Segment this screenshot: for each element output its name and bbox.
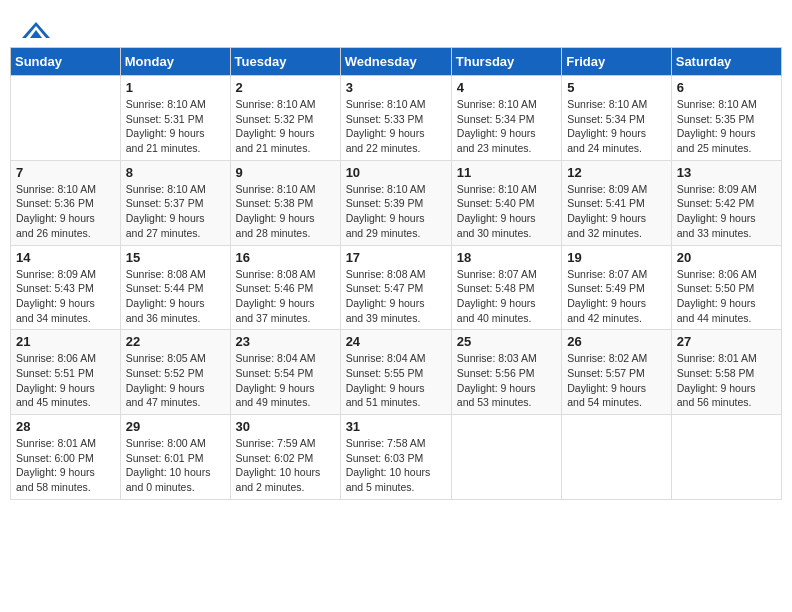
table-row: 19Sunrise: 8:07 AMSunset: 5:49 PMDayligh…: [562, 245, 672, 330]
col-monday: Monday: [120, 48, 230, 76]
calendar-week-row: 7Sunrise: 8:10 AMSunset: 5:36 PMDaylight…: [11, 160, 782, 245]
day-number: 25: [457, 334, 556, 349]
calendar-header-row: Sunday Monday Tuesday Wednesday Thursday…: [11, 48, 782, 76]
day-info: Sunrise: 8:00 AMSunset: 6:01 PMDaylight:…: [126, 436, 225, 495]
day-number: 9: [236, 165, 335, 180]
day-number: 17: [346, 250, 446, 265]
table-row: 4Sunrise: 8:10 AMSunset: 5:34 PMDaylight…: [451, 76, 561, 161]
day-info: Sunrise: 8:10 AMSunset: 5:33 PMDaylight:…: [346, 97, 446, 156]
day-number: 10: [346, 165, 446, 180]
day-number: 15: [126, 250, 225, 265]
day-info: Sunrise: 8:08 AMSunset: 5:46 PMDaylight:…: [236, 267, 335, 326]
col-thursday: Thursday: [451, 48, 561, 76]
day-number: 31: [346, 419, 446, 434]
day-number: 6: [677, 80, 776, 95]
day-info: Sunrise: 8:03 AMSunset: 5:56 PMDaylight:…: [457, 351, 556, 410]
day-info: Sunrise: 8:09 AMSunset: 5:41 PMDaylight:…: [567, 182, 666, 241]
col-friday: Friday: [562, 48, 672, 76]
day-number: 29: [126, 419, 225, 434]
table-row: 7Sunrise: 8:10 AMSunset: 5:36 PMDaylight…: [11, 160, 121, 245]
day-number: 24: [346, 334, 446, 349]
day-info: Sunrise: 8:04 AMSunset: 5:55 PMDaylight:…: [346, 351, 446, 410]
table-row: 14Sunrise: 8:09 AMSunset: 5:43 PMDayligh…: [11, 245, 121, 330]
table-row: 6Sunrise: 8:10 AMSunset: 5:35 PMDaylight…: [671, 76, 781, 161]
logo-icon: [20, 20, 52, 42]
day-info: Sunrise: 8:10 AMSunset: 5:32 PMDaylight:…: [236, 97, 335, 156]
table-row: [671, 415, 781, 500]
day-info: Sunrise: 8:09 AMSunset: 5:42 PMDaylight:…: [677, 182, 776, 241]
table-row: 25Sunrise: 8:03 AMSunset: 5:56 PMDayligh…: [451, 330, 561, 415]
table-row: 18Sunrise: 8:07 AMSunset: 5:48 PMDayligh…: [451, 245, 561, 330]
calendar-week-row: 14Sunrise: 8:09 AMSunset: 5:43 PMDayligh…: [11, 245, 782, 330]
day-number: 27: [677, 334, 776, 349]
day-number: 18: [457, 250, 556, 265]
table-row: 12Sunrise: 8:09 AMSunset: 5:41 PMDayligh…: [562, 160, 672, 245]
table-row: 24Sunrise: 8:04 AMSunset: 5:55 PMDayligh…: [340, 330, 451, 415]
table-row: 13Sunrise: 8:09 AMSunset: 5:42 PMDayligh…: [671, 160, 781, 245]
day-number: 16: [236, 250, 335, 265]
day-info: Sunrise: 8:07 AMSunset: 5:49 PMDaylight:…: [567, 267, 666, 326]
calendar-week-row: 21Sunrise: 8:06 AMSunset: 5:51 PMDayligh…: [11, 330, 782, 415]
table-row: [11, 76, 121, 161]
table-row: 23Sunrise: 8:04 AMSunset: 5:54 PMDayligh…: [230, 330, 340, 415]
day-info: Sunrise: 8:02 AMSunset: 5:57 PMDaylight:…: [567, 351, 666, 410]
table-row: 9Sunrise: 8:10 AMSunset: 5:38 PMDaylight…: [230, 160, 340, 245]
col-wednesday: Wednesday: [340, 48, 451, 76]
day-info: Sunrise: 8:10 AMSunset: 5:37 PMDaylight:…: [126, 182, 225, 241]
day-info: Sunrise: 8:10 AMSunset: 5:36 PMDaylight:…: [16, 182, 115, 241]
day-number: 21: [16, 334, 115, 349]
table-row: 1Sunrise: 8:10 AMSunset: 5:31 PMDaylight…: [120, 76, 230, 161]
day-number: 11: [457, 165, 556, 180]
table-row: 16Sunrise: 8:08 AMSunset: 5:46 PMDayligh…: [230, 245, 340, 330]
day-info: Sunrise: 8:08 AMSunset: 5:44 PMDaylight:…: [126, 267, 225, 326]
table-row: 17Sunrise: 8:08 AMSunset: 5:47 PMDayligh…: [340, 245, 451, 330]
table-row: 26Sunrise: 8:02 AMSunset: 5:57 PMDayligh…: [562, 330, 672, 415]
day-info: Sunrise: 7:59 AMSunset: 6:02 PMDaylight:…: [236, 436, 335, 495]
day-info: Sunrise: 8:05 AMSunset: 5:52 PMDaylight:…: [126, 351, 225, 410]
day-number: 28: [16, 419, 115, 434]
day-number: 13: [677, 165, 776, 180]
day-info: Sunrise: 8:06 AMSunset: 5:51 PMDaylight:…: [16, 351, 115, 410]
day-info: Sunrise: 8:10 AMSunset: 5:40 PMDaylight:…: [457, 182, 556, 241]
day-number: 23: [236, 334, 335, 349]
calendar-table: Sunday Monday Tuesday Wednesday Thursday…: [10, 47, 782, 500]
day-number: 19: [567, 250, 666, 265]
calendar-week-row: 1Sunrise: 8:10 AMSunset: 5:31 PMDaylight…: [11, 76, 782, 161]
table-row: 10Sunrise: 8:10 AMSunset: 5:39 PMDayligh…: [340, 160, 451, 245]
day-number: 26: [567, 334, 666, 349]
table-row: 3Sunrise: 8:10 AMSunset: 5:33 PMDaylight…: [340, 76, 451, 161]
day-info: Sunrise: 8:10 AMSunset: 5:38 PMDaylight:…: [236, 182, 335, 241]
day-number: 2: [236, 80, 335, 95]
day-number: 8: [126, 165, 225, 180]
day-info: Sunrise: 8:06 AMSunset: 5:50 PMDaylight:…: [677, 267, 776, 326]
day-number: 5: [567, 80, 666, 95]
day-info: Sunrise: 8:01 AMSunset: 5:58 PMDaylight:…: [677, 351, 776, 410]
day-number: 3: [346, 80, 446, 95]
col-saturday: Saturday: [671, 48, 781, 76]
table-row: 28Sunrise: 8:01 AMSunset: 6:00 PMDayligh…: [11, 415, 121, 500]
day-info: Sunrise: 7:58 AMSunset: 6:03 PMDaylight:…: [346, 436, 446, 495]
table-row: 21Sunrise: 8:06 AMSunset: 5:51 PMDayligh…: [11, 330, 121, 415]
day-number: 20: [677, 250, 776, 265]
table-row: 5Sunrise: 8:10 AMSunset: 5:34 PMDaylight…: [562, 76, 672, 161]
table-row: 11Sunrise: 8:10 AMSunset: 5:40 PMDayligh…: [451, 160, 561, 245]
table-row: 2Sunrise: 8:10 AMSunset: 5:32 PMDaylight…: [230, 76, 340, 161]
day-info: Sunrise: 8:09 AMSunset: 5:43 PMDaylight:…: [16, 267, 115, 326]
calendar-week-row: 28Sunrise: 8:01 AMSunset: 6:00 PMDayligh…: [11, 415, 782, 500]
col-tuesday: Tuesday: [230, 48, 340, 76]
table-row: 30Sunrise: 7:59 AMSunset: 6:02 PMDayligh…: [230, 415, 340, 500]
day-number: 14: [16, 250, 115, 265]
day-number: 4: [457, 80, 556, 95]
day-number: 1: [126, 80, 225, 95]
table-row: 27Sunrise: 8:01 AMSunset: 5:58 PMDayligh…: [671, 330, 781, 415]
table-row: 22Sunrise: 8:05 AMSunset: 5:52 PMDayligh…: [120, 330, 230, 415]
table-row: 31Sunrise: 7:58 AMSunset: 6:03 PMDayligh…: [340, 415, 451, 500]
table-row: 8Sunrise: 8:10 AMSunset: 5:37 PMDaylight…: [120, 160, 230, 245]
day-number: 30: [236, 419, 335, 434]
day-info: Sunrise: 8:01 AMSunset: 6:00 PMDaylight:…: [16, 436, 115, 495]
table-row: 29Sunrise: 8:00 AMSunset: 6:01 PMDayligh…: [120, 415, 230, 500]
day-info: Sunrise: 8:10 AMSunset: 5:31 PMDaylight:…: [126, 97, 225, 156]
table-row: 20Sunrise: 8:06 AMSunset: 5:50 PMDayligh…: [671, 245, 781, 330]
page-header: [10, 10, 782, 47]
day-info: Sunrise: 8:08 AMSunset: 5:47 PMDaylight:…: [346, 267, 446, 326]
